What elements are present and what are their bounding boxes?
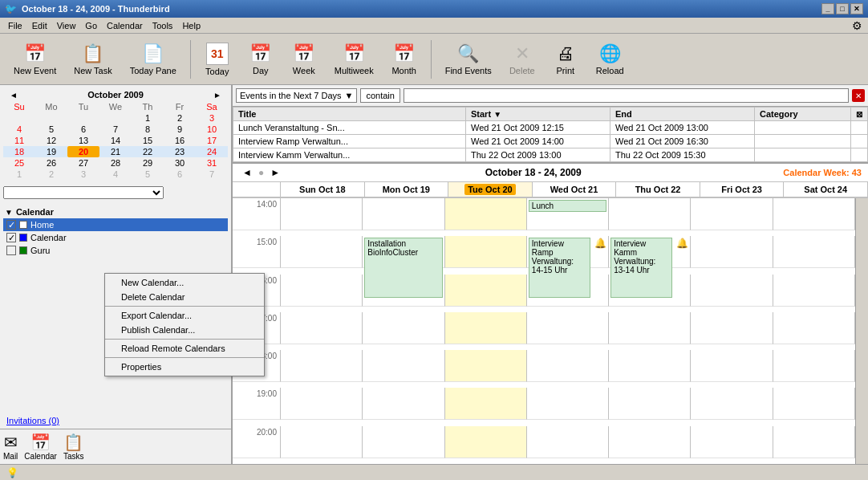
calendar-cell[interactable] <box>773 198 855 230</box>
cal-day[interactable]: 22 <box>132 146 164 157</box>
cal-day[interactable] <box>3 112 35 124</box>
event-row[interactable]: Lunch Veranstaltung - Sn...Wed 21 Oct 20… <box>233 121 868 135</box>
calendar-section-header[interactable]: ▼ Calendar <box>3 205 228 218</box>
calendar-cell[interactable] <box>363 426 444 458</box>
calendar-cell[interactable] <box>691 198 773 230</box>
week-dot-button[interactable]: ● <box>255 167 267 178</box>
calendar-cell[interactable] <box>281 388 363 420</box>
calendar-cell[interactable] <box>773 236 855 268</box>
search-close-button[interactable]: ✕ <box>852 89 865 102</box>
week-button[interactable]: 📅 Week <box>284 37 324 82</box>
calendar-cell[interactable] <box>691 275 773 307</box>
calendar-cell[interactable] <box>609 312 691 344</box>
settings-icon[interactable]: ⚙ <box>849 19 865 32</box>
calendar-cell[interactable] <box>281 198 363 230</box>
day-header-fri[interactable]: Fri Oct 23 <box>700 182 785 197</box>
cal-day[interactable] <box>99 112 132 124</box>
calendar-cell[interactable] <box>691 312 773 344</box>
cal-day[interactable]: 5 <box>35 124 67 135</box>
today-button[interactable]: 31 Today <box>197 37 237 82</box>
cal-day[interactable]: 6 <box>67 124 99 135</box>
calendar-list-item[interactable]: ✓Home <box>3 218 228 231</box>
cal-day[interactable]: 24 <box>196 146 228 157</box>
calendar-cell[interactable] <box>445 312 527 344</box>
cal-day[interactable]: 10 <box>196 124 228 135</box>
cal-day[interactable]: 1 <box>3 169 35 180</box>
cal-day[interactable]: 30 <box>164 157 196 169</box>
delete-button[interactable]: ✕ Delete <box>502 37 542 82</box>
calendar-cell[interactable] <box>445 350 527 382</box>
cal-day[interactable] <box>67 112 99 124</box>
calendar-checkbox[interactable]: ✓ <box>6 220 16 230</box>
calendar-cell[interactable]: Interview Ramp Verwaltung: 14-15 Uhr🔔 <box>527 236 609 268</box>
calendar-cell[interactable] <box>281 236 363 268</box>
cal-day[interactable]: 8 <box>132 124 164 135</box>
calendar-cell[interactable] <box>691 236 773 268</box>
find-events-button[interactable]: 🔍 Find Events <box>438 37 499 82</box>
col-start[interactable]: Start ▼ <box>466 108 610 121</box>
cal-day[interactable]: 13 <box>67 135 99 146</box>
day-header-tue[interactable]: Tue Oct 20 <box>448 182 533 197</box>
calendar-cell[interactable] <box>527 388 609 420</box>
cal-day[interactable]: 25 <box>3 157 35 169</box>
calendar-cell[interactable] <box>281 426 363 458</box>
cal-day[interactable]: 28 <box>99 157 132 169</box>
calendar-cell[interactable] <box>445 275 527 307</box>
calendar-cell[interactable]: Installation BioInfoCluster <box>363 236 444 268</box>
maximize-button[interactable]: □ <box>836 3 849 14</box>
cal-day[interactable]: 2 <box>35 169 67 180</box>
menu-tools[interactable]: Tools <box>148 19 178 32</box>
cal-prev-button[interactable]: ◄ <box>6 91 21 100</box>
event-row[interactable]: Interview Ramp Verwaltun...Wed 21 Oct 20… <box>233 135 868 148</box>
invitations-link[interactable]: Invitations (0) <box>6 416 59 425</box>
cal-day[interactable]: 21 <box>99 146 132 157</box>
event-installation[interactable]: Installation BioInfoCluster <box>364 238 442 298</box>
cal-day[interactable]: 19 <box>35 146 67 157</box>
cal-day[interactable]: 5 <box>132 169 164 180</box>
week-prev-button[interactable]: ◄ <box>239 167 255 178</box>
cal-day[interactable]: 29 <box>132 157 164 169</box>
col-end[interactable]: End <box>610 108 755 121</box>
calendar-cell[interactable]: Interview Kamm Verwaltung: 13-14 Uhr🔔 <box>609 236 691 268</box>
col-category[interactable]: Category <box>755 108 851 121</box>
close-button[interactable]: ✕ <box>850 3 863 14</box>
calendar-cell[interactable] <box>609 426 691 458</box>
day-header-sun[interactable]: Sun Oct 18 <box>281 182 365 197</box>
calendar-cell[interactable] <box>773 426 855 458</box>
menu-view[interactable]: View <box>52 19 81 32</box>
cal-day[interactable]: 16 <box>164 135 196 146</box>
cal-day[interactable]: 7 <box>196 169 228 180</box>
menu-calendar[interactable]: Calendar <box>102 19 148 32</box>
reload-button[interactable]: 🌐 Reload <box>589 37 631 82</box>
new-task-button[interactable]: 📋 New Task <box>67 37 119 82</box>
cal-next-button[interactable]: ► <box>210 91 225 100</box>
events-filter-dropdown[interactable]: Events in the Next 7 Days ▼ <box>236 88 357 103</box>
day-header-wed[interactable]: Wed Oct 21 <box>533 182 617 197</box>
event-lunch[interactable]: Lunch <box>529 200 606 212</box>
cal-day[interactable]: 18 <box>3 146 35 157</box>
calendar-cell[interactable] <box>609 350 691 382</box>
multiweek-button[interactable]: 📅 Multiweek <box>327 37 381 82</box>
calendar-cell[interactable] <box>445 198 527 230</box>
calendar-cell[interactable] <box>363 198 444 230</box>
week-next-button[interactable]: ► <box>267 167 283 178</box>
cal-day[interactable]: 20 <box>67 146 99 157</box>
calendar-cell[interactable] <box>773 350 855 382</box>
scrollbar[interactable] <box>855 198 868 464</box>
calendar-checkbox[interactable] <box>6 246 16 255</box>
ctx-properties[interactable]: Properties <box>105 360 264 374</box>
cal-day[interactable]: 11 <box>3 135 35 146</box>
cal-day[interactable] <box>35 112 67 124</box>
calendar-list-item[interactable]: ✓Calendar <box>3 231 228 244</box>
event-row[interactable]: Interview Kamm Verwaltun...Thu 22 Oct 20… <box>233 148 868 162</box>
search-input[interactable] <box>404 88 849 103</box>
ctx-reload-remote[interactable]: Reload Remote Calendars <box>105 341 264 356</box>
calendar-cell[interactable] <box>691 388 773 420</box>
calendar-cell[interactable] <box>527 426 609 458</box>
calendar-cell[interactable] <box>445 388 527 420</box>
ctx-publish-calendar[interactable]: Publish Calendar... <box>105 323 264 337</box>
location-dropdown[interactable] <box>3 186 164 199</box>
cal-day[interactable]: 17 <box>196 135 228 146</box>
menu-edit[interactable]: Edit <box>27 19 52 32</box>
col-minimize[interactable]: ⊠ <box>851 108 868 121</box>
